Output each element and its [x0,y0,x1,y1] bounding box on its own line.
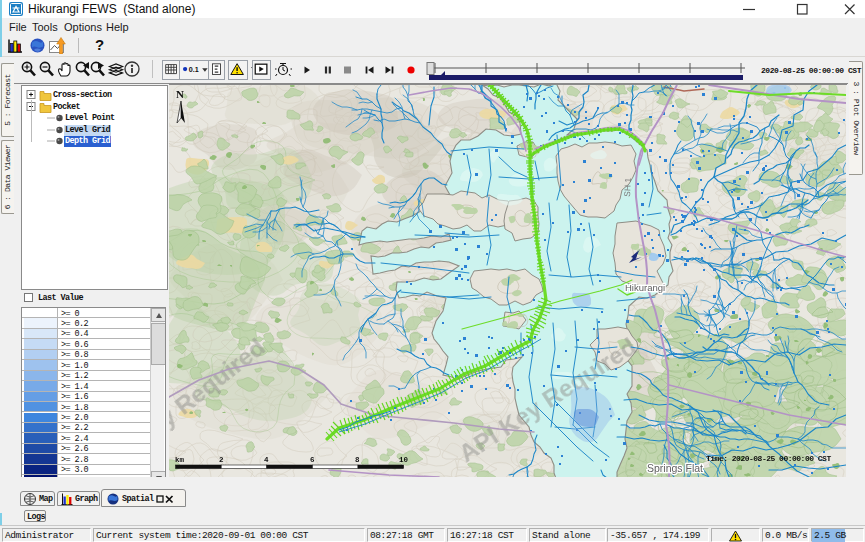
svg-text:10: 10 [399,456,409,464]
svg-text:0.1: 0.1 [189,65,199,74]
svg-text:8: 8 [355,456,360,464]
svg-text:Time: 2020-08-25 00:00:00 CST: Time: 2020-08-25 00:00:00 CST [706,454,831,463]
svg-text:Springs Flat: Springs Flat [647,462,703,474]
svg-text:4: 4 [264,456,269,464]
svg-text:Hikurangi: Hikurangi [625,282,665,293]
svg-text:2: 2 [219,456,224,464]
svg-text:N: N [176,88,184,100]
svg-text:SH 1: SH 1 [622,177,633,197]
svg-text:6: 6 [310,456,315,464]
svg-text:km: km [175,456,185,464]
